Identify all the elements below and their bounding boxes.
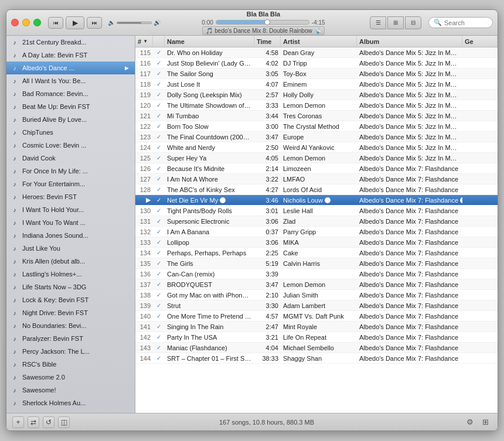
cell-check[interactable]: ✓ xyxy=(153,112,165,119)
volume-slider-track[interactable] xyxy=(117,22,152,24)
sidebar-item-sawesome2[interactable]: ♪Sawesome 2.0 xyxy=(6,371,135,384)
show-artwork-button[interactable]: ◫ xyxy=(58,416,70,428)
sidebar-item-alliwant[interactable]: ♪All I Want Is You: Be... xyxy=(6,74,135,87)
sidebar-item-lockkey[interactable]: ♪Lock & Key: Bevin FST xyxy=(6,293,135,306)
sidebar-item-percyjackson[interactable]: ♪Percy Jackson: The L... xyxy=(6,345,135,358)
col-header-album[interactable]: Album xyxy=(357,36,462,47)
genius-button[interactable]: ⚙ xyxy=(464,416,476,429)
sidebar-item-paralyzer[interactable]: ♪Paralyzer: Bevin FST xyxy=(6,332,135,345)
progress-track[interactable] xyxy=(216,20,309,25)
song-row[interactable]: 132✓I Am A Banana0:37Parry GrippAlbedo's… xyxy=(135,227,498,237)
cell-check[interactable]: ✓ xyxy=(153,323,165,330)
song-row[interactable]: 128✓The ABC's of Kinky Sex4:27Lords Of A… xyxy=(135,184,498,195)
song-row[interactable]: 143✓Maniac (Flashdance)4:04Michael Sembe… xyxy=(135,343,498,353)
sidebar-item-chiptunes[interactable]: ♪ChipTunes xyxy=(6,126,135,139)
song-row[interactable]: 118✓Just Lose It4:07EminemAlbedo's Dance… xyxy=(135,79,498,90)
song-row[interactable]: 116✓Just Stop Believin' (Lady Gaga vs. .… xyxy=(135,58,498,69)
song-row[interactable]: 134✓Perhaps, Perhaps, Perhaps2:25CakeAlb… xyxy=(135,248,498,258)
sidebar-item-iwantyou[interactable]: ♪I Want You To Want ... xyxy=(6,216,135,229)
browse-button[interactable]: ⊞ xyxy=(479,416,492,429)
next-button[interactable]: ⏭ xyxy=(87,17,102,29)
song-row[interactable]: 142✓Party In The USA3:21Life On RepeatAl… xyxy=(135,332,498,343)
cell-check[interactable]: ✓ xyxy=(153,197,165,203)
sidebar-item-foronce[interactable]: ♪For Once In My Life: ... xyxy=(6,165,135,177)
col-header-time[interactable]: Time xyxy=(254,36,281,47)
sidebar-item-lifestarts[interactable]: ♪Life Starts Now – 3DG xyxy=(6,281,135,293)
sidebar-item-krisallen[interactable]: ♪Kris Allen (debut alb... xyxy=(6,255,135,268)
sidebar-item-iwanttohold[interactable]: ♪I Want To Hold Your... xyxy=(6,203,135,216)
col-header-name[interactable]: Name xyxy=(165,36,254,47)
sidebar-item-albedo[interactable]: ♪Albedo's Dance ...▶ xyxy=(6,61,135,74)
minimize-button[interactable] xyxy=(22,19,30,26)
col-header-genre[interactable]: Ge xyxy=(462,36,498,47)
cell-check[interactable]: ✓ xyxy=(153,239,165,245)
cell-check[interactable]: ✓ xyxy=(153,355,165,361)
cell-check[interactable]: ✓ xyxy=(153,70,165,77)
cell-check[interactable]: ✓ xyxy=(153,144,165,151)
col-header-num[interactable]: # ▼ xyxy=(135,36,153,47)
repeat-button[interactable]: ↺ xyxy=(43,416,55,428)
song-row[interactable]: 115✓Dr. Who on Holiday4:58Dean GrayAlbed… xyxy=(135,47,498,58)
sidebar-item-heroes[interactable]: ♪Heroes: Bevin FST xyxy=(6,190,135,203)
sidebar-item-noboundaries[interactable]: ♪No Boundaries: Bevi... xyxy=(6,319,135,332)
add-playlist-button[interactable]: + xyxy=(12,416,24,428)
cell-check[interactable]: ✓ xyxy=(153,60,165,66)
song-row[interactable]: 127✓I Am Not A Whore3:22LMFAOAlbedo's Da… xyxy=(135,174,498,184)
song-row[interactable]: 122✓Born Too Slow3:00The Crystal MethodA… xyxy=(135,121,498,132)
sidebar-item-nightdrive[interactable]: ♪Night Drive: Bevin FST xyxy=(6,306,135,319)
song-row[interactable]: 135✓The Girls5:19Calvin HarrisAlbedo's D… xyxy=(135,258,498,269)
play-button[interactable]: ▶ xyxy=(66,16,84,29)
sidebar-item-aday[interactable]: ♪A Day Late: Bevin FST xyxy=(6,49,135,61)
song-row[interactable]: 144✓SRT – Chapter 01 – First Sight38:33S… xyxy=(135,353,498,364)
song-row[interactable]: 124✓White and Nerdy2:50Weird Al Yankovic… xyxy=(135,142,498,153)
cell-check[interactable]: ✓ xyxy=(153,281,165,288)
song-row[interactable]: 131✓Supersonic Electronic3:06ZladAlbedo'… xyxy=(135,216,498,227)
shuffle-button[interactable]: ⇄ xyxy=(28,416,39,428)
song-row[interactable]: 121✓Mi Tumbao3:44Tres CoronasAlbedo's Da… xyxy=(135,111,498,121)
song-row[interactable]: 138✓Got my Mac on with iPhone3GS2:10Juli… xyxy=(135,290,498,300)
coverflow-button[interactable]: ⊟ xyxy=(405,16,421,29)
prev-button[interactable]: ⏮ xyxy=(48,17,63,29)
cell-check[interactable]: ✓ xyxy=(153,102,165,108)
cell-check[interactable]: ✓ xyxy=(153,134,165,140)
cell-check[interactable]: ✓ xyxy=(153,155,165,161)
sidebar-item-foryour[interactable]: ♪For Your Entertainm... xyxy=(6,177,135,190)
sidebar-item-indiana[interactable]: ♪Indiana Jones Sound... xyxy=(6,229,135,242)
sidebar-item-rscsbible[interactable]: ♪RSC's Bible xyxy=(6,358,135,371)
maximize-button[interactable] xyxy=(33,19,41,26)
song-row[interactable]: 120✓The Ultimate Showdown of Ultim...3:3… xyxy=(135,100,498,111)
song-row[interactable]: 139✓Strut3:30Adam LambertAlbedo's Dance … xyxy=(135,300,498,311)
sidebar-item-davidcook[interactable]: ♪David Cook xyxy=(6,152,135,165)
song-row[interactable]: 130✓Tight Pants/Body Rolls3:01Leslie Hal… xyxy=(135,206,498,216)
cell-check[interactable]: ✓ xyxy=(153,176,165,182)
cell-check[interactable]: ✓ xyxy=(153,302,165,309)
song-row[interactable]: 126✓Because It's Midnite2:14LimozeenAlbe… xyxy=(135,163,498,174)
sidebar-item-sawesome[interactable]: ♪Sawesome! xyxy=(6,384,135,396)
sidebar-item-badromance[interactable]: ♪Bad Romance: Bevin... xyxy=(6,87,135,100)
song-row[interactable]: 137✓BRODYQUEST3:47Lemon DemonAlbedo's Da… xyxy=(135,279,498,290)
song-row[interactable]: 136✓Can-Can (remix)3:39Albedo's Dance Mi… xyxy=(135,269,498,279)
song-row[interactable]: ▶✓Net Die En Vir My3:46Nicholis LouwAlbe… xyxy=(135,195,498,206)
cell-check[interactable]: ✓ xyxy=(153,292,165,298)
col-header-artist[interactable]: Artist xyxy=(281,36,357,47)
song-row[interactable]: 117✓The Sailor Song3:05Toy-BoxAlbedo's D… xyxy=(135,69,498,79)
search-input[interactable] xyxy=(444,19,488,26)
cell-check[interactable]: ✓ xyxy=(153,218,165,224)
cell-check[interactable]: ✓ xyxy=(153,207,165,214)
cell-check[interactable]: ✓ xyxy=(153,123,165,129)
col-header-check[interactable] xyxy=(153,36,165,47)
cell-check[interactable]: ✓ xyxy=(153,49,165,56)
cell-check[interactable]: ✓ xyxy=(153,313,165,319)
cell-check[interactable]: ✓ xyxy=(153,260,165,266)
cell-check[interactable]: ✓ xyxy=(153,344,165,351)
sidebar-item-lastings[interactable]: ♪Lastling's Holmes+... xyxy=(6,268,135,281)
cell-check[interactable]: ✓ xyxy=(153,81,165,87)
song-row[interactable]: 119✓Dolly Song (Leekspin Mix)2:57Holly D… xyxy=(135,90,498,100)
album-view-button[interactable]: ⊞ xyxy=(387,16,404,29)
sidebar-item-sherlockau[interactable]: ♪Sherlock Holmes Au... xyxy=(6,396,135,409)
cell-check[interactable]: ✓ xyxy=(153,334,165,340)
sidebar-item-cosmiclove[interactable]: ♪Cosmic Love: Bevin ... xyxy=(6,139,135,152)
cell-check[interactable]: ✓ xyxy=(153,249,165,256)
song-row[interactable]: 125✓Super Hey Ya4:05Lemon DemonAlbedo's … xyxy=(135,153,498,163)
sidebar-item-21st[interactable]: ♪21st Century Breakd... xyxy=(6,36,135,49)
